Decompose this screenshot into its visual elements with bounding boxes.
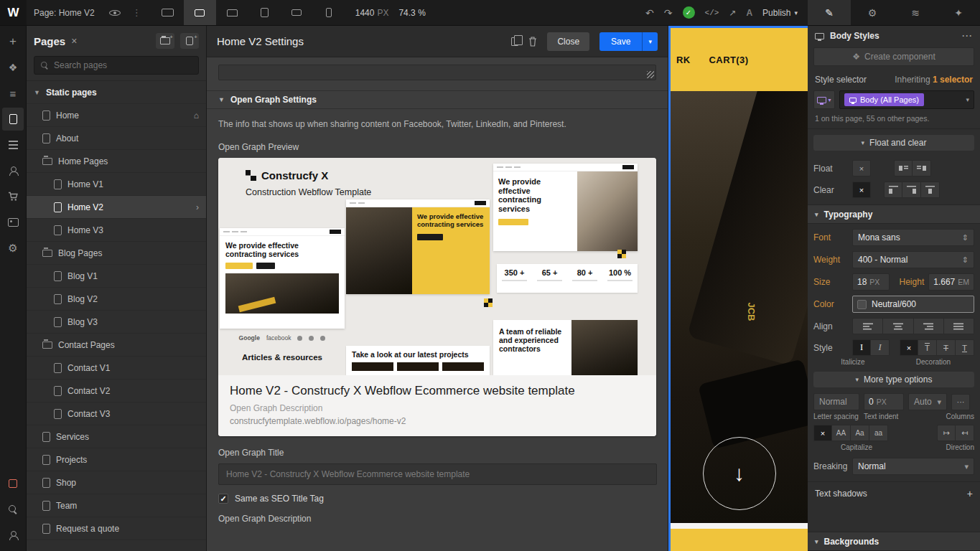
- style-selector-field[interactable]: Body (All Pages) ▾: [839, 90, 974, 109]
- page-item-services[interactable]: Services: [27, 425, 206, 448]
- underline-icon[interactable]: T: [956, 339, 974, 356]
- canvas-width-value[interactable]: 1440: [355, 8, 375, 18]
- video-tutorials-icon[interactable]: [2, 472, 24, 495]
- folder-item-blog-pages[interactable]: Blog Pages: [27, 242, 206, 265]
- tab-settings[interactable]: ⚙: [851, 0, 894, 25]
- italic-off-icon[interactable]: I: [852, 339, 871, 356]
- publish-button[interactable]: Publish▾: [762, 8, 798, 18]
- ecommerce-cart-icon[interactable]: [2, 185, 24, 208]
- cms-icon[interactable]: [2, 133, 24, 156]
- new-page-button[interactable]: +: [180, 33, 199, 49]
- font-weight-dropdown[interactable]: 400 - Normal⇕: [852, 251, 974, 268]
- clear-right-icon[interactable]: [902, 182, 921, 198]
- audit-icon[interactable]: A: [746, 8, 752, 18]
- breakpoint-tablet-icon[interactable]: [248, 0, 281, 25]
- page-item-home[interactable]: Home⌂: [27, 104, 206, 127]
- capitalize-none-icon[interactable]: ×: [813, 425, 832, 441]
- clear-both-icon[interactable]: [921, 182, 940, 198]
- webflow-logo[interactable]: W: [0, 0, 27, 25]
- font-color-field[interactable]: Neutral/600: [852, 296, 974, 313]
- open-graph-section-header[interactable]: ▼Open Graph Settings: [207, 90, 668, 109]
- columns-dropdown[interactable]: Auto▾: [908, 393, 947, 410]
- font-size-input[interactable]: 18PX: [852, 273, 890, 291]
- new-folder-button[interactable]: +: [156, 33, 174, 49]
- align-justify-icon[interactable]: [944, 318, 974, 334]
- breakpoint-desktop-icon[interactable]: [184, 0, 216, 25]
- strikethrough-icon[interactable]: T: [937, 339, 956, 356]
- breakpoint-mobile-landscape-icon[interactable]: [281, 0, 313, 25]
- community-icon[interactable]: [2, 524, 24, 547]
- redo-icon[interactable]: ↷: [664, 7, 673, 19]
- typography-section-header[interactable]: ▾Typography: [808, 204, 980, 224]
- page-item-blog-v2[interactable]: Blog V2: [27, 288, 206, 311]
- tab-style[interactable]: ✎: [808, 0, 851, 25]
- page-item-about[interactable]: About: [27, 127, 206, 150]
- same-as-seo-row[interactable]: ✓ Same as SEO Title Tag: [218, 494, 656, 504]
- code-export-icon[interactable]: </>: [705, 9, 719, 17]
- panel-more-menu[interactable]: ···: [962, 31, 973, 41]
- create-component-button[interactable]: ❖Create component: [813, 47, 974, 66]
- add-elements-icon[interactable]: +: [2, 30, 24, 53]
- direction-rtl-icon[interactable]: ↤: [956, 425, 974, 441]
- seo-description-textarea[interactable]: [218, 65, 656, 80]
- capitalize-icon[interactable]: Aa: [851, 425, 869, 441]
- page-item-home-v3[interactable]: Home V3: [27, 219, 206, 242]
- tab-apps[interactable]: ✦: [937, 0, 980, 25]
- lowercase-icon[interactable]: aa: [869, 425, 888, 441]
- search-icon[interactable]: [2, 498, 24, 521]
- clear-left-icon[interactable]: [884, 182, 902, 198]
- page-item-blog-v1[interactable]: Blog V1: [27, 265, 206, 288]
- letter-spacing-dropdown[interactable]: Normal: [813, 393, 859, 410]
- decoration-none-icon[interactable]: ×: [900, 339, 918, 356]
- undo-icon[interactable]: ↶: [645, 7, 654, 19]
- tab-interactions[interactable]: ≋: [894, 0, 937, 25]
- assets-icon[interactable]: [2, 211, 24, 234]
- backgrounds-section-header[interactable]: ▾Backgrounds: [808, 532, 980, 551]
- text-indent-input[interactable]: 0PX: [864, 393, 904, 410]
- folder-item-contact-pages[interactable]: Contact Pages: [27, 334, 206, 357]
- users-icon[interactable]: [2, 159, 24, 182]
- align-left-icon[interactable]: [852, 318, 883, 334]
- breakpoint-laptop-icon[interactable]: [216, 0, 248, 25]
- page-item-shop[interactable]: Shop: [27, 471, 206, 494]
- section-static-pages[interactable]: ▼Static pages: [27, 81, 206, 104]
- more-menu[interactable]: ⋮: [128, 0, 146, 25]
- pages-search[interactable]: [34, 56, 199, 75]
- og-title-input[interactable]: [218, 463, 657, 485]
- breakpoint-xl-icon[interactable]: [151, 0, 184, 25]
- share-icon[interactable]: ↗: [729, 8, 736, 18]
- page-menu[interactable]: Page: Home V2: [27, 0, 102, 25]
- preview-button[interactable]: [102, 0, 128, 25]
- pages-icon[interactable]: [2, 108, 24, 131]
- uppercase-icon[interactable]: AA: [832, 425, 851, 441]
- page-item-contact-v1[interactable]: Contact V1: [27, 357, 206, 380]
- float-right-icon[interactable]: [913, 160, 931, 176]
- overline-icon[interactable]: T: [918, 339, 937, 356]
- close-pages-panel-icon[interactable]: ×: [71, 35, 77, 47]
- float-clear-section-header[interactable]: ▾Float and clear: [813, 135, 974, 151]
- page-item-request-a-quote[interactable]: Request a quote: [27, 517, 206, 540]
- selector-tag[interactable]: Body (All Pages): [844, 93, 924, 106]
- settings-scroll-area[interactable]: ▼Open Graph Settings The info that shows…: [207, 57, 668, 551]
- navigator-icon[interactable]: ≡: [2, 82, 24, 105]
- page-item-home-v1[interactable]: Home V1: [27, 173, 206, 196]
- more-type-options-header[interactable]: ▾More type options: [813, 372, 974, 387]
- page-item-contact-v2[interactable]: Contact V2: [27, 380, 206, 402]
- checkbox-checked-icon[interactable]: ✓: [218, 494, 228, 504]
- design-canvas[interactable]: RK CART(3) JCB ↓: [668, 26, 808, 551]
- close-settings-button[interactable]: Close: [547, 32, 589, 51]
- inheriting-count[interactable]: 1 selector: [933, 75, 973, 85]
- folder-item-home-pages[interactable]: Home Pages: [27, 150, 206, 173]
- components-icon[interactable]: ❖: [2, 56, 24, 79]
- clear-none-button[interactable]: ×: [852, 182, 871, 198]
- breakpoint-mobile-portrait-icon[interactable]: [313, 0, 345, 25]
- font-family-dropdown[interactable]: Mona sans⇕: [852, 229, 974, 246]
- resize-grip[interactable]: [647, 71, 654, 78]
- direction-ltr-icon[interactable]: ↦: [937, 425, 956, 441]
- align-right-icon[interactable]: [914, 318, 944, 334]
- page-item-contact-v3[interactable]: Contact V3: [27, 402, 206, 425]
- page-item-projects[interactable]: Projects: [27, 448, 206, 471]
- color-swatch[interactable]: [857, 300, 867, 309]
- page-item-team[interactable]: Team: [27, 494, 206, 517]
- line-height-input[interactable]: 1.667EM: [928, 273, 974, 291]
